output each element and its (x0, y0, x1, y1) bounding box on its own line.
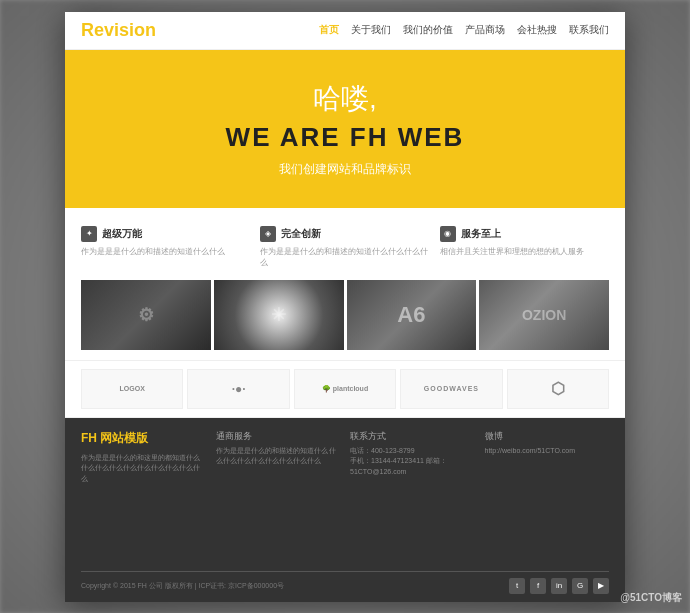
feature-desc-3: 相信并且关注世界和理想的想的机人服务 (440, 246, 609, 257)
hero-subtitle: 我们创建网站和品牌标识 (85, 161, 605, 178)
partner-logo-5: ⬡ (507, 369, 609, 409)
footer-weibo-title: 微博 (485, 430, 610, 443)
logo-accent: vision (104, 20, 156, 40)
social-links: t f in G ▶ (509, 578, 609, 594)
gallery-deco-4: OZION (479, 280, 609, 350)
footer-brand-desc: 作为是是是什么的和这里的都知道什么什么什么什么什么什么什么什么什么什么 (81, 453, 206, 485)
feature-header-1: ✦ 超级万能 (81, 226, 250, 242)
facebook-icon[interactable]: f (530, 578, 546, 594)
main-page: Revision 首页关于我们我们的价值产品商场会社热搜联系我们 哈喽, WE … (65, 12, 625, 602)
watermark: @51CTO博客 (620, 591, 682, 605)
feature-icon-2: ◈ (260, 226, 276, 242)
hero-section: 哈喽, WE ARE FH WEB 我们创建网站和品牌标识 (65, 50, 625, 208)
linkedin-icon[interactable]: in (551, 578, 567, 594)
feature-item-1: ✦ 超级万能 作为是是是什么的和描述的知道什么什么 (81, 226, 250, 268)
nav-item-5[interactable]: 联系我们 (569, 23, 609, 37)
gallery-deco-3: A6 (347, 280, 477, 350)
footer-services-title: 通商服务 (216, 430, 341, 443)
partner-logo-4: GOODWAVES (400, 369, 502, 409)
gallery-section: ⚙ ✳ A6 OZION (65, 280, 625, 360)
footer-contact-title: 联系方式 (350, 430, 475, 443)
gallery-item-4[interactable]: OZION (479, 280, 609, 350)
feature-desc-1: 作为是是是什么的和描述的知道什么什么 (81, 246, 250, 257)
feature-title-3: 服务至上 (461, 227, 501, 241)
hero-greeting: 哈喽, (85, 80, 605, 118)
logo[interactable]: Revision (81, 20, 156, 41)
feature-icon-3: ◉ (440, 226, 456, 242)
gallery-item-2[interactable]: ✳ (214, 280, 344, 350)
feature-title-2: 完全创新 (281, 227, 321, 241)
hero-title: WE ARE FH WEB (85, 122, 605, 153)
footer-contact-text: 手机：13144-47123411 邮箱：51CTO@126.com (350, 456, 475, 477)
feature-header-3: ◉ 服务至上 (440, 226, 609, 242)
nav-item-1[interactable]: 关于我们 (351, 23, 391, 37)
footer-col-contact: 联系方式 电话：400-123-8799 手机：13144-47123411 邮… (350, 430, 475, 571)
header: Revision 首页关于我们我们的价值产品商场会社热搜联系我们 (65, 12, 625, 50)
footer-weibo-url: http://weibo.com/51CTO.com (485, 446, 610, 457)
twitter-icon[interactable]: t (509, 578, 525, 594)
partners-section: LOGOX ·●· 🌳 plantcloud GOODWAVES ⬡ (65, 360, 625, 418)
gallery-deco-2: ✳ (214, 280, 344, 350)
feature-header-2: ◈ 完全创新 (260, 226, 429, 242)
googleplus-icon[interactable]: G (572, 578, 588, 594)
gallery-deco-1: ⚙ (81, 280, 211, 350)
navigation: 首页关于我们我们的价值产品商场会社热搜联系我们 (319, 23, 609, 37)
footer-col-weibo: 微博 http://weibo.com/51CTO.com (485, 430, 610, 571)
nav-item-4[interactable]: 会社热搜 (517, 23, 557, 37)
footer-brand-title: FH 网站模版 (81, 430, 206, 447)
footer-services-text: 作为是是是什么的和描述的知道什么 什么什么什么什么什么什么什么什么 (216, 446, 341, 467)
feature-desc-2: 作为是是是什么的和描述的知道什么什么什么什么 (260, 246, 429, 268)
nav-item-2[interactable]: 我们的价值 (403, 23, 453, 37)
gallery-item-3[interactable]: A6 (347, 280, 477, 350)
footer-contact-phone: 电话：400-123-8799 (350, 446, 475, 457)
footer-top: FH 网站模版 作为是是是什么的和这里的都知道什么什么什么什么什么什么什么什么什… (81, 430, 609, 571)
footer-col-services: 通商服务 作为是是是什么的和描述的知道什么 什么什么什么什么什么什么什么什么 (216, 430, 341, 571)
nav-item-3[interactable]: 产品商场 (465, 23, 505, 37)
feature-item-3: ◉ 服务至上 相信并且关注世界和理想的想的机人服务 (440, 226, 609, 268)
gallery-item-1[interactable]: ⚙ (81, 280, 211, 350)
partner-logo-2: ·●· (187, 369, 289, 409)
footer-section: FH 网站模版 作为是是是什么的和这里的都知道什么什么什么什么什么什么什么什么什… (65, 418, 625, 602)
feature-icon-1: ✦ (81, 226, 97, 242)
feature-item-2: ◈ 完全创新 作为是是是什么的和描述的知道什么什么什么什么 (260, 226, 429, 268)
features-section: ✦ 超级万能 作为是是是什么的和描述的知道什么什么 ◈ 完全创新 作为是是是什么… (65, 208, 625, 280)
partner-logo-1: LOGOX (81, 369, 183, 409)
partner-logo-3: 🌳 plantcloud (294, 369, 396, 409)
nav-item-0[interactable]: 首页 (319, 23, 339, 37)
footer-col-brand: FH 网站模版 作为是是是什么的和这里的都知道什么什么什么什么什么什么什么什么什… (81, 430, 206, 571)
youtube-icon[interactable]: ▶ (593, 578, 609, 594)
footer-bottom: Copyright © 2015 FH 公司 版权所有 | ICP证书: 京IC… (81, 571, 609, 594)
footer-copyright: Copyright © 2015 FH 公司 版权所有 | ICP证书: 京IC… (81, 581, 284, 591)
logo-text: Re (81, 20, 104, 40)
feature-title-1: 超级万能 (102, 227, 142, 241)
